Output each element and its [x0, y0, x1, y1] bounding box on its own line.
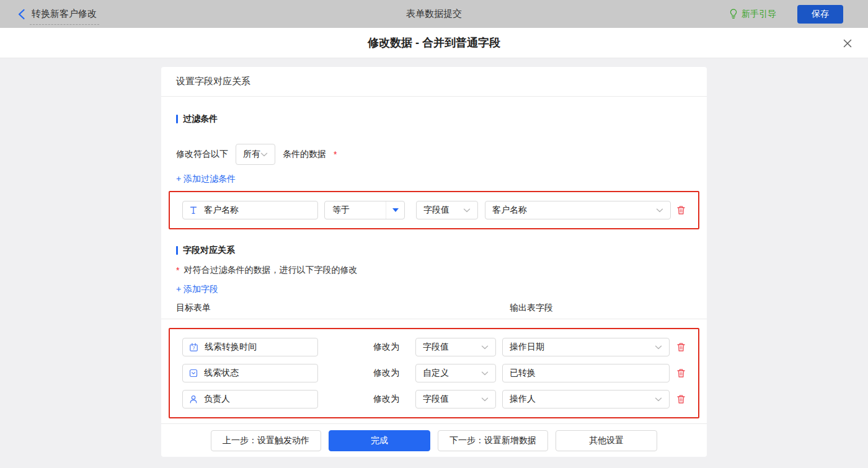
value-type-value: 字段值 [423, 205, 450, 216]
operator-value: 等于 [325, 201, 386, 219]
mapping-description: 对符合过滤条件的数据，进行以下字段的修改 [184, 265, 357, 276]
card-title: 设置字段对应关系 [161, 67, 707, 97]
select-field-icon [189, 369, 198, 377]
target-field-value: 线索转换时间 [205, 342, 257, 353]
output-field-value: 操作日期 [510, 342, 544, 353]
chevron-down-icon [260, 152, 268, 157]
prev-step-button[interactable]: 上一步：设置触发动作 [211, 430, 321, 451]
back-button[interactable]: 转换新客户修改 [17, 8, 97, 20]
chevron-down-icon [481, 345, 489, 350]
person-icon [189, 395, 198, 404]
filter-row: 客户名称 等于 字段值 客 [182, 201, 686, 219]
custom-value-input[interactable] [502, 364, 670, 382]
settings-card: 设置字段对应关系 过滤条件 修改符合以下 所有 条件的数据 * + 添加过滤条件 [161, 67, 707, 457]
filter-section-title: 过滤条件 [176, 113, 692, 125]
filter-highlight-box: 客户名称 等于 字段值 客 [169, 191, 699, 229]
chevron-down-icon [463, 208, 471, 213]
chevron-down-icon [656, 208, 663, 213]
filter-field-value: 客户名称 [204, 205, 239, 216]
chevron-down-icon [655, 397, 662, 402]
modify-to-label: 修改为 [373, 368, 399, 379]
target-field-value: 线索状态 [204, 368, 239, 379]
value-type-value: 字段值 [423, 394, 449, 405]
target-field-input[interactable]: 负责人 [182, 390, 318, 408]
value-type-value: 字段值 [423, 342, 449, 353]
mapping-section-label: 字段对应关系 [183, 245, 235, 256]
dialog-title: 修改数据 - 合并到普通字段 [368, 35, 500, 50]
modify-to-label: 修改为 [373, 342, 399, 353]
required-asterisk: * [334, 149, 337, 159]
condition-prefix-label: 修改符合以下 [176, 149, 228, 160]
value-type-select[interactable]: 字段值 [415, 390, 496, 408]
operator-select[interactable]: 等于 [324, 201, 405, 219]
target-field-input[interactable]: 线索状态 [182, 364, 318, 382]
trash-icon[interactable] [676, 205, 686, 215]
filter-value-select[interactable]: 客户名称 [485, 201, 671, 219]
back-chevron-icon [17, 9, 25, 20]
triangle-down-icon [392, 208, 399, 212]
modify-to-label: 修改为 [373, 394, 399, 405]
beginner-guide-link[interactable]: 新手引导 [729, 9, 776, 20]
other-settings-button[interactable]: 其他设置 [556, 430, 657, 451]
output-field-select[interactable]: 操作人 [502, 390, 670, 408]
add-field-link[interactable]: + 添加字段 [176, 284, 218, 296]
beginner-guide-label: 新手引导 [742, 9, 776, 20]
trash-icon[interactable] [676, 368, 686, 378]
output-field-select[interactable]: 操作日期 [502, 338, 670, 356]
mapping-highlight-box: 7 线索转换时间 修改为 字段值 操作日期 [169, 328, 699, 418]
dialog-header: 修改数据 - 合并到普通字段 [0, 28, 868, 58]
target-field-input[interactable]: 7 线索转换时间 [182, 338, 318, 356]
section-marker [176, 115, 178, 123]
done-button[interactable]: 完成 [329, 430, 430, 451]
filter-section-label: 过滤条件 [183, 113, 218, 125]
mapping-section-title: 字段对应关系 [176, 244, 692, 257]
back-label-underline [30, 24, 99, 25]
dialog-body: 设置字段对应关系 过滤条件 修改符合以下 所有 条件的数据 * + 添加过滤条件 [0, 58, 868, 457]
close-icon[interactable] [842, 38, 853, 49]
next-step-button[interactable]: 下一步：设置新增数据 [438, 430, 548, 451]
condition-suffix-label: 条件的数据 [283, 149, 326, 160]
operator-dropdown-toggle[interactable] [386, 201, 404, 219]
match-mode-select[interactable]: 所有 [236, 144, 275, 165]
filter-value: 客户名称 [492, 205, 527, 216]
target-field-value: 负责人 [204, 394, 230, 405]
chevron-down-icon [655, 345, 662, 350]
required-asterisk: * [176, 265, 179, 275]
value-type-value: 自定义 [423, 368, 449, 379]
card-footer: 上一步：设置触发动作 完成 下一步：设置新增数据 其他设置 [161, 423, 707, 457]
output-field-value: 操作人 [510, 394, 536, 405]
value-type-select[interactable]: 字段值 [416, 201, 478, 219]
calendar-icon: 7 [189, 343, 198, 352]
value-type-select[interactable]: 字段值 [415, 338, 496, 356]
text-field-icon [189, 206, 198, 215]
svg-text:7: 7 [192, 346, 195, 351]
chevron-down-icon [481, 397, 489, 402]
match-mode-value: 所有 [243, 149, 260, 160]
topbar: 转换新客户修改 表单数据提交 新手引导 保存 [0, 0, 868, 28]
column-target-form: 目标表单 [176, 302, 211, 314]
mapping-column-headers: 目标表单 输出表字段 [161, 302, 707, 319]
column-output-field: 输出表字段 [510, 302, 553, 314]
back-label: 转换新客户修改 [32, 8, 97, 20]
lightbulb-icon [729, 9, 738, 19]
section-marker [176, 246, 178, 255]
add-filter-condition-link[interactable]: + 添加过滤条件 [176, 174, 236, 186]
mapping-row: 7 线索转换时间 修改为 字段值 操作日期 [182, 338, 686, 356]
mapping-row: 线索状态 修改为 自定义 [182, 364, 686, 382]
chevron-down-icon [481, 371, 489, 376]
trash-icon[interactable] [676, 342, 686, 352]
mapping-row: 负责人 修改为 字段值 操作人 [182, 390, 686, 408]
trash-icon[interactable] [676, 394, 686, 404]
save-button[interactable]: 保存 [797, 5, 843, 24]
value-type-select[interactable]: 自定义 [415, 364, 496, 382]
filter-field-input[interactable]: 客户名称 [182, 201, 318, 219]
